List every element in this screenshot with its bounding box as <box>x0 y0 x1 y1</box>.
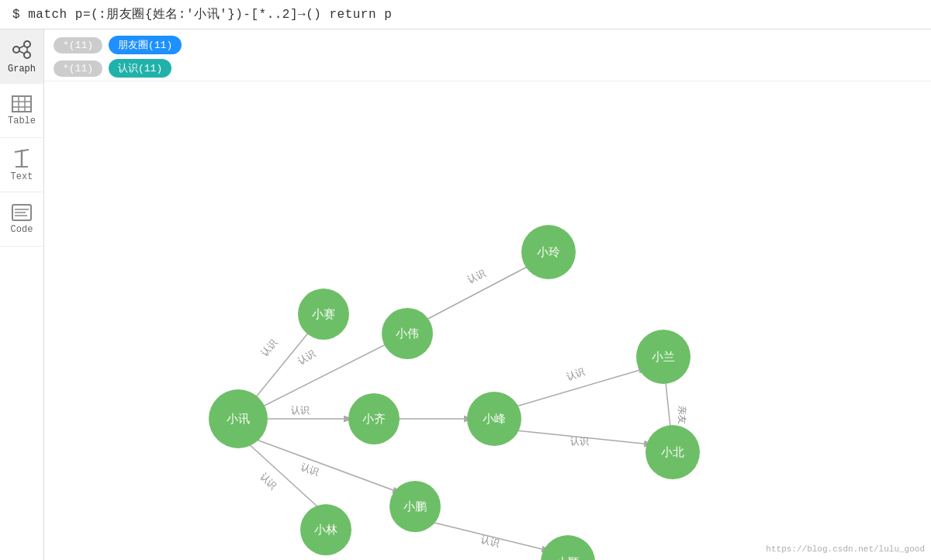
svg-point-2 <box>24 52 30 58</box>
graph-icon <box>11 39 33 60</box>
sidebar-code-label: Code <box>11 224 33 235</box>
node-label-xiaoying: 小颖 <box>556 555 580 560</box>
content-area: *(11) 朋友圈(11) *(11) 认识(11) 认识 认识 认识 <box>44 29 931 560</box>
tag-all-1[interactable]: *(11) <box>54 37 102 54</box>
graph-area: 认识 认识 认识 认识 认识 认识 认 <box>44 81 931 560</box>
tag-know[interactable]: 认识(11) <box>109 59 171 78</box>
text-icon <box>13 148 30 168</box>
tag-all-2[interactable]: *(11) <box>54 60 102 77</box>
sidebar-item-code[interactable]: Code <box>0 192 43 247</box>
node-label-xiaoling: 小玲 <box>537 245 560 258</box>
edge-label: 认识 <box>258 472 279 493</box>
main-area: Graph Table Text <box>0 29 931 560</box>
code-icon <box>12 204 32 221</box>
edge-label: 认识 <box>259 337 279 358</box>
sidebar-item-graph[interactable]: Graph <box>0 29 43 84</box>
node-label-xiaowei: 小伟 <box>396 327 419 340</box>
edge-label: 认识 <box>291 406 310 417</box>
edge-label: 认识 <box>566 367 587 383</box>
sidebar-item-table[interactable]: Table <box>0 84 43 138</box>
sidebar-table-label: Table <box>8 116 36 126</box>
sidebar: Graph Table Text <box>0 29 44 560</box>
sidebar-item-text[interactable]: Text <box>0 138 43 192</box>
watermark: https://blog.csdn.net/lulu_good <box>766 544 925 554</box>
node-label-xiaoqi: 小齐 <box>362 412 386 425</box>
edge-label: 认识 <box>299 462 320 479</box>
node-label-xiaobei: 小北 <box>661 445 684 458</box>
node-label-xiaofeng: 小峰 <box>483 412 506 425</box>
edge-label: 认识 <box>466 268 488 286</box>
svg-rect-6 <box>12 96 31 112</box>
sidebar-text-label: Text <box>11 171 33 182</box>
node-label-xiaolan: 小兰 <box>652 350 675 363</box>
node-label-xiaolin: 小林 <box>314 523 337 536</box>
graph-svg: 认识 认识 认识 认识 认识 认识 认 <box>44 81 931 560</box>
tag-bar: *(11) 朋友圈(11) *(11) 认识(11) <box>44 29 931 81</box>
table-icon <box>12 95 32 112</box>
edge-label: 认识 <box>296 348 318 367</box>
edge-label: 认识 <box>570 437 589 448</box>
tag-row-2: *(11) 认识(11) <box>54 59 922 78</box>
svg-line-4 <box>19 51 24 54</box>
edge-label: 亲友 <box>676 406 688 425</box>
svg-point-1 <box>24 41 30 47</box>
node-label-xiaoxun: 小讯 <box>227 412 250 425</box>
edge-label: 认识 <box>479 534 500 549</box>
tag-friends[interactable]: 朋友圈(11) <box>109 36 182 54</box>
node-label-xiaopeng: 小鹏 <box>403 500 427 513</box>
tag-row-1: *(11) 朋友圈(11) <box>54 36 922 54</box>
svg-line-3 <box>19 46 24 48</box>
node-label-xiaosai: 小赛 <box>312 307 335 320</box>
svg-point-0 <box>13 47 19 53</box>
query-text: $ match p=(:朋友圈{姓名:'小讯'})-[*..2]→() retu… <box>12 6 392 22</box>
query-bar: $ match p=(:朋友圈{姓名:'小讯'})-[*..2]→() retu… <box>0 0 931 29</box>
sidebar-graph-label: Graph <box>8 64 36 74</box>
